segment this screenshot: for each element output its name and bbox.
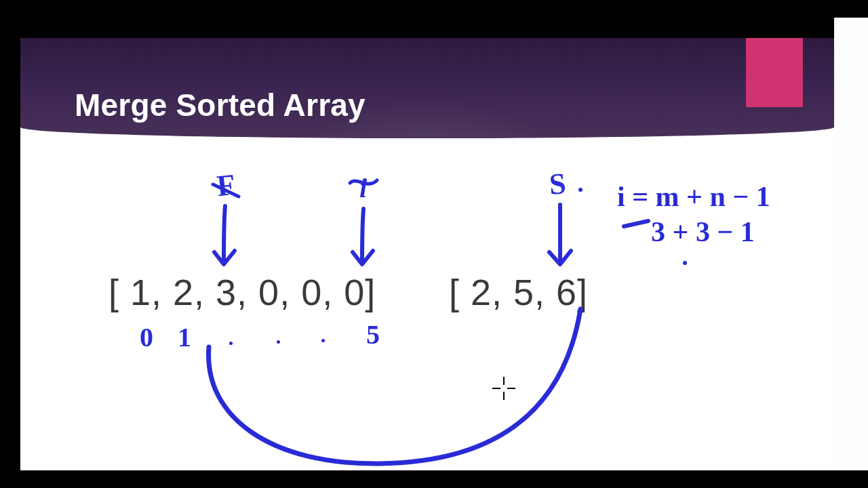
ink-index-5: 5 — [366, 319, 380, 350]
svg-point-0 — [683, 261, 687, 265]
ink-dot — [229, 342, 233, 345]
svg-point-1 — [578, 188, 583, 192]
slide: Merge Sorted Array [ 1, 2, 3, 0, 0, 0] [… — [20, 38, 834, 470]
slide-title: Merge Sorted Array — [75, 87, 366, 123]
ink-formula-line2: 3 + 3 − 1 — [651, 216, 755, 248]
ink-label-i: i — [359, 172, 367, 204]
letterbox-top — [0, 0, 868, 18]
slide-edge-strip — [834, 18, 868, 470]
ink-index-1: 1 — [178, 321, 191, 353]
ink-label-f: F — [215, 167, 237, 204]
ink-dot — [321, 339, 325, 342]
ink-formula-line1: i = m + n − 1 — [617, 180, 770, 213]
accent-tab — [746, 38, 803, 107]
ink-label-s: S — [548, 166, 567, 202]
cursor-crosshair-icon — [492, 377, 515, 400]
ink-index-0: 0 — [140, 321, 153, 353]
stage: Merge Sorted Array [ 1, 2, 3, 0, 0, 0] [… — [0, 18, 868, 470]
letterbox-bottom — [0, 470, 868, 488]
array-nums1: [ 1, 2, 3, 0, 0, 0] — [108, 271, 376, 313]
array-nums2: [ 2, 5, 6] — [449, 271, 588, 313]
ink-dot — [277, 340, 280, 344]
